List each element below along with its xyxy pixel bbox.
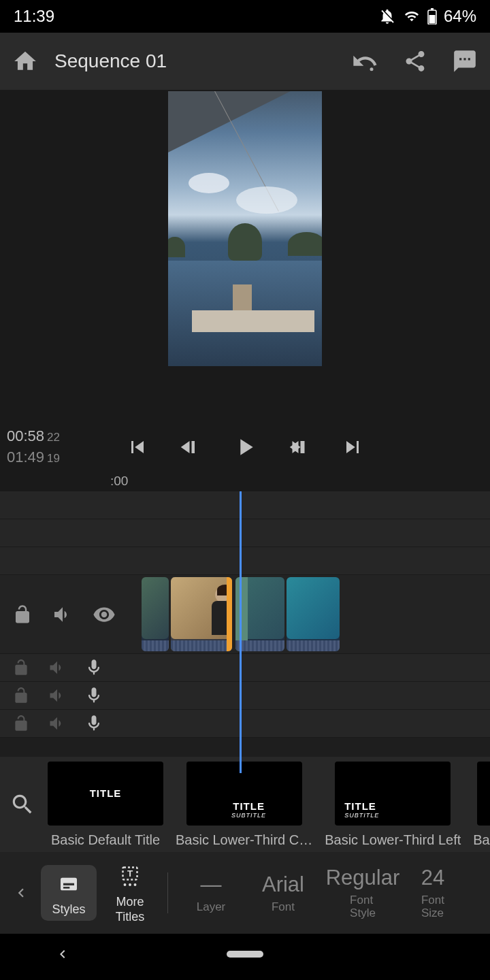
preview-area (0, 90, 490, 423)
audio-track-3[interactable] (0, 710, 490, 738)
step-back-icon[interactable] (178, 435, 203, 459)
volume-icon[interactable] (48, 686, 67, 705)
svg-rect-6 (63, 887, 69, 889)
system-nav-bar (0, 934, 490, 975)
lock-icon[interactable] (12, 715, 30, 732)
lock-icon[interactable] (12, 687, 30, 704)
preset-lower-third-left[interactable]: TITLESUBTITLE Basic Lower-Third Left (325, 762, 461, 848)
status-time: 11:39 (14, 7, 54, 26)
font-style-label-2: Style (350, 906, 376, 919)
eye-icon[interactable] (93, 603, 116, 626)
status-bar: 11:39 64% (0, 0, 490, 33)
tool-styles[interactable]: Styles (41, 865, 97, 921)
sequence-title: Sequence 01 (54, 50, 335, 72)
current-frames: 22 (47, 431, 60, 444)
preset-label: Basic Low (473, 832, 490, 848)
total-time: 01:49 (7, 448, 44, 466)
font-size-value: 24 (421, 866, 444, 890)
track-overlay-3[interactable] (0, 547, 490, 575)
layer-value: — (201, 872, 222, 897)
timeline[interactable] (0, 491, 490, 757)
svg-rect-2 (431, 8, 434, 10)
volume-icon[interactable] (48, 714, 67, 733)
timeline-spacer (0, 738, 490, 757)
font-size-label-1: Font (421, 894, 444, 906)
tool-font-size[interactable]: 24 FontSize (409, 866, 457, 919)
share-icon[interactable] (403, 49, 427, 74)
svg-rect-1 (429, 15, 435, 24)
tool-label-l1: More (116, 896, 144, 909)
preview-frame[interactable] (168, 91, 322, 366)
preset-label: Basic Lower-Third C… (176, 832, 312, 848)
title-presets: TITLE Basic Default Title TITLESUBTITLE … (0, 757, 490, 852)
preset-title-text: TITLE (90, 787, 122, 799)
preset-partial[interactable]: Basic Low (473, 762, 490, 848)
svg-point-3 (370, 67, 374, 71)
preset-label: Basic Lower-Third Left (325, 832, 461, 848)
styles-icon (55, 873, 82, 895)
video-clip-4[interactable] (287, 577, 340, 651)
search-icon (10, 791, 35, 817)
tool-layer[interactable]: — Layer (178, 872, 244, 914)
battery-icon (427, 8, 437, 24)
preset-subtitle-text: SUBTITLE (344, 812, 379, 819)
chevron-left-icon (12, 878, 30, 908)
volume-icon[interactable] (52, 604, 74, 625)
video-track[interactable] (0, 575, 490, 654)
audio-track-2[interactable] (0, 682, 490, 710)
track-overlay-1[interactable] (0, 491, 490, 519)
toolbar-divider (167, 872, 168, 913)
video-clip-1[interactable] (142, 577, 169, 651)
status-right: 64% (378, 7, 476, 26)
audio-track-1[interactable] (0, 654, 490, 682)
preset-lower-third-center[interactable]: TITLESUBTITLE Basic Lower-Third C… (176, 762, 312, 848)
undo-icon[interactable] (351, 48, 378, 75)
play-icon[interactable] (231, 434, 259, 461)
font-value: Arial (262, 872, 304, 897)
svg-point-9 (124, 883, 127, 886)
mic-icon[interactable] (84, 686, 103, 705)
skip-forward-icon[interactable] (340, 435, 365, 459)
preset-search[interactable] (10, 791, 35, 817)
font-size-label-2: Size (421, 906, 444, 919)
preset-title-text: TITLE (344, 800, 376, 812)
app-bar: Sequence 01 (0, 33, 490, 90)
home-icon[interactable] (12, 48, 38, 74)
timeline-ruler[interactable]: :00 (0, 471, 490, 491)
nav-back-icon[interactable] (54, 946, 71, 962)
tool-font[interactable]: Arial Font (250, 872, 316, 914)
bottom-toolbar: Styles T More Titles — Layer Arial Font … (0, 852, 490, 934)
toolbar-back[interactable] (7, 878, 35, 908)
svg-text:T: T (127, 868, 133, 879)
track-overlay-2[interactable] (0, 519, 490, 547)
timecode: 00:5822 01:4919 (7, 426, 75, 468)
mic-icon[interactable] (84, 714, 103, 733)
layer-label: Layer (197, 901, 226, 914)
preset-title-text: TITLE (233, 800, 265, 812)
playback-controls: 00:5822 01:4919 (0, 423, 490, 471)
preset-basic-default[interactable]: TITLE Basic Default Title (48, 762, 163, 848)
total-frames: 19 (47, 452, 60, 465)
skip-back-icon[interactable] (125, 435, 150, 459)
comment-icon[interactable] (452, 48, 478, 74)
lock-icon[interactable] (12, 659, 30, 676)
svg-point-10 (129, 883, 131, 886)
font-style-value: Regular (326, 866, 400, 890)
font-label: Font (272, 901, 295, 914)
tool-font-style[interactable]: Regular FontStyle (322, 866, 404, 919)
lock-icon[interactable] (12, 604, 33, 625)
video-clip-2[interactable] (171, 577, 232, 651)
notifications-off-icon (378, 7, 396, 25)
volume-icon[interactable] (48, 658, 67, 677)
current-time: 00:58 (7, 427, 44, 444)
playhead[interactable] (240, 491, 242, 773)
svg-rect-5 (63, 883, 74, 885)
tool-label-l2: Titles (116, 911, 144, 924)
step-forward-icon[interactable] (287, 435, 312, 459)
wifi-icon (403, 9, 421, 24)
mic-icon[interactable] (84, 658, 103, 677)
font-style-label-1: Font (350, 894, 373, 906)
tool-more-titles[interactable]: T More Titles (102, 858, 158, 928)
video-clip-3[interactable] (235, 577, 284, 651)
nav-home-pill[interactable] (227, 951, 263, 958)
